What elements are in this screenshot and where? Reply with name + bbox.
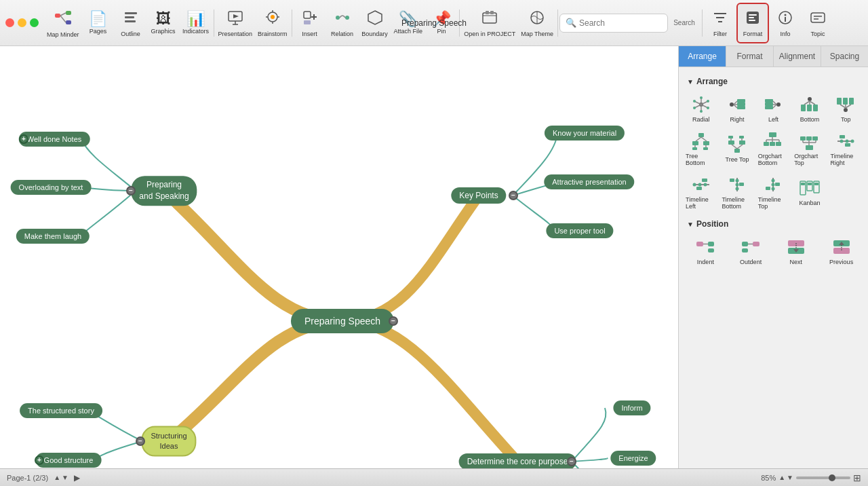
arrange-bottom[interactable]: Bottom	[793, 92, 826, 126]
node-determine-collapse[interactable]: −	[567, 457, 576, 466]
filter-label: Filter	[713, 31, 727, 37]
node-key-points-collapse[interactable]: −	[509, 191, 518, 200]
svg-point-120	[840, 140, 844, 143]
svg-rect-162	[833, 248, 850, 254]
svg-point-50	[707, 100, 709, 102]
svg-rect-34	[749, 17, 754, 18]
arrange-orgchart-bottom[interactable]: Orgchart Bottom	[757, 128, 790, 169]
svg-point-62	[776, 102, 781, 107]
arrange-orgchart-top[interactable]: Orgchart Top	[793, 128, 826, 169]
indent-icon	[694, 237, 716, 257]
node-preparing-speech[interactable]: Preparing Speech	[291, 309, 394, 333]
svg-rect-21	[304, 20, 311, 24]
toolbar-map-theme[interactable]: Map Theme	[518, 3, 556, 43]
tab-spacing[interactable]: Spacing	[821, 46, 868, 67]
toolbar-pages[interactable]: 📄 Pages	[82, 3, 115, 43]
node-proper-tool[interactable]: Use proper tool	[546, 223, 613, 238]
search-input[interactable]	[579, 18, 660, 28]
arrange-kanban[interactable]: Kanban	[793, 172, 826, 212]
node-energize[interactable]: Energize	[610, 451, 656, 466]
zoom-slider[interactable]	[796, 476, 850, 479]
node-inform[interactable]: Inform	[613, 400, 650, 415]
node-know-material[interactable]: Know your material	[545, 126, 625, 141]
node-energize-label: Energize	[618, 454, 648, 462]
arrange-timeline-bottom[interactable]: Timeline Bottom	[720, 172, 753, 212]
node-good-structure-expand[interactable]: +	[35, 455, 44, 465]
tab-alignment[interactable]: Alignment	[774, 46, 821, 67]
bottom-icon	[799, 94, 821, 115]
svg-point-49	[700, 96, 703, 99]
arrange-top[interactable]: Top	[829, 92, 863, 126]
maximize-button[interactable]	[30, 18, 39, 27]
node-make-laugh[interactable]: Make them laugh	[16, 229, 90, 244]
svg-point-51	[707, 107, 709, 109]
node-attractive[interactable]: Attractive presentation	[544, 174, 634, 189]
toolbar-graphics[interactable]: 🖼 Graphics	[147, 3, 180, 43]
tab-format[interactable]: Format	[726, 46, 774, 67]
outdent-label: Outdent	[740, 259, 762, 265]
open-project-label: Open in PROJECT	[464, 31, 515, 37]
toolbar-topic[interactable]: Topic	[802, 3, 834, 43]
toolbar-outline[interactable]: Outline	[115, 3, 147, 43]
arrange-right[interactable]: Right	[720, 92, 753, 126]
arrange-left[interactable]: Left	[757, 92, 790, 126]
toolbar-relation[interactable]: Relation	[326, 3, 359, 43]
position-outdent[interactable]: Outdent	[730, 234, 772, 268]
toolbar-open-project[interactable]: Open in PROJECT	[461, 3, 518, 43]
arrange-timeline-top[interactable]: Timeline Top	[757, 172, 790, 212]
svg-rect-73	[801, 105, 806, 111]
orgchart-bottom-label: Orgchart Bottom	[758, 153, 789, 166]
node-overloading-text[interactable]: Overloading by text	[11, 180, 92, 195]
page-down-icon[interactable]: ▼	[62, 474, 68, 481]
toolbar-filter[interactable]: Filter	[704, 3, 736, 43]
fit-icon[interactable]: ⊞	[853, 472, 861, 483]
toolbar-presentation[interactable]: Presentation	[216, 3, 256, 43]
node-determine-core[interactable]: Determine the core purpose	[459, 453, 576, 468]
node-structured-story[interactable]: The structured story	[20, 403, 102, 418]
tree-bottom-icon	[690, 131, 712, 151]
svg-line-85	[701, 137, 707, 141]
node-good-structure[interactable]: Good structure	[36, 453, 102, 468]
node-well-done-notes-expand[interactable]: +	[19, 134, 28, 144]
svg-rect-83	[698, 133, 704, 137]
node-structuring-ideas[interactable]: StructuringIdeas	[141, 426, 196, 457]
toolbar-map-minder[interactable]: Map Minder	[44, 3, 82, 43]
node-structuring-collapse[interactable]: −	[136, 436, 145, 446]
attach-file-label: Attach File	[394, 28, 423, 35]
svg-rect-141	[766, 187, 770, 190]
canvas[interactable]: Preparing Speech − Preparingand Speaking…	[0, 46, 678, 468]
arrange-timeline-right[interactable]: Timeline Right	[829, 128, 863, 169]
toolbar-info[interactable]: Info	[769, 3, 802, 43]
node-key-points[interactable]: Key Points	[451, 187, 506, 204]
node-preparing-speaking-collapse[interactable]: −	[126, 186, 136, 195]
zoom-up-icon[interactable]: ▲	[778, 474, 785, 481]
node-structured-story-label: The structured story	[28, 407, 94, 415]
node-well-done-notes[interactable]: Well done Notes	[19, 132, 90, 147]
node-know-material-label: Know your material	[553, 129, 616, 137]
mindmap-svg	[0, 46, 678, 468]
next-label: Next	[790, 259, 803, 265]
node-preparing-speaking[interactable]: Preparingand Speaking	[131, 176, 197, 206]
zoom-down-icon[interactable]: ▼	[787, 474, 793, 481]
toolbar-brainstorm[interactable]: Brainstorm	[255, 3, 290, 43]
page-forward-icon[interactable]: ▶	[74, 473, 80, 483]
close-button[interactable]	[5, 18, 14, 27]
svg-rect-124	[845, 143, 850, 147]
position-previous[interactable]: Previous	[820, 234, 863, 268]
toolbar-insert[interactable]: Insert	[294, 3, 326, 43]
toolbar-format[interactable]: Format	[736, 3, 769, 43]
arrange-grid: Radial Right Left	[684, 89, 863, 215]
tab-arrange[interactable]: Arrange	[679, 46, 726, 67]
page-up-icon[interactable]: ▲	[54, 474, 60, 481]
position-next[interactable]: Next	[775, 234, 818, 268]
toolbar-boundary[interactable]: Boundary	[359, 3, 391, 43]
arrange-tree-bottom[interactable]: Tree Bottom	[684, 128, 717, 169]
toolbar-indicators[interactable]: 📊 Indicators	[180, 3, 212, 43]
arrange-timeline-left[interactable]: Timeline Left	[684, 172, 717, 212]
position-indent[interactable]: Indent	[684, 234, 727, 268]
arrange-tree-top[interactable]: Tree Top	[720, 128, 753, 169]
node-preparing-speech-collapse[interactable]: −	[389, 316, 398, 326]
arrange-radial[interactable]: Radial	[684, 92, 717, 126]
svg-point-76	[844, 108, 848, 112]
minimize-button[interactable]	[18, 18, 26, 27]
